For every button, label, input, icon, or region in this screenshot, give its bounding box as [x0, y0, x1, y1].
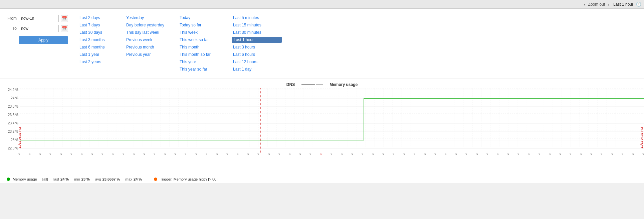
memory-usage-label: Memory usage: [13, 177, 37, 181]
quick-link-this-day-last-week[interactable]: This day last week: [125, 29, 178, 35]
main-panel: From 📅 To 📅 Apply Last 2 daysLast 7 days…: [0, 9, 644, 183]
svg-rect-0: [20, 88, 644, 147]
chart-svg-container: 24.2 % 24 % 23.8 % 23.6 % 23.4 % 23.2 % …: [0, 88, 644, 155]
svg-text:11/12 03:31 PM: 11/12 03:31 PM: [18, 127, 21, 148]
trigger-threshold: [> 80]: [208, 177, 217, 181]
quick-link-previous-month[interactable]: Previous month: [125, 44, 178, 50]
from-calendar-icon[interactable]: 📅: [61, 15, 68, 22]
chart-legend-dns: [301, 84, 323, 85]
quick-link-previous-week[interactable]: Previous week: [125, 37, 178, 43]
top-bar: ‹ Zoom out › Last 1 hour 🕐: [0, 0, 644, 9]
quick-link-last-15-minutes[interactable]: Last 15 minutes: [232, 22, 282, 28]
trigger-legend-item: Trigger: Memory usage higth [> 80]: [154, 177, 217, 181]
nav-next-button[interactable]: ›: [607, 2, 610, 7]
svg-text:23.8 %: 23.8 %: [8, 105, 18, 108]
quick-link-this-month-so-far[interactable]: This month so far: [178, 51, 232, 58]
quick-links: Last 2 daysLast 7 daysLast 30 daysLast 3…: [75, 12, 637, 75]
stat-avg: avg 23.6667 %: [95, 177, 120, 181]
quick-col-1: Last 2 daysLast 7 daysLast 30 daysLast 3…: [78, 15, 125, 73]
chart-area: DNS Memory usage 24.2 % 24 %: [0, 79, 644, 183]
chart-title: Memory usage: [330, 82, 358, 87]
stat-last-value: 24 %: [60, 177, 69, 181]
svg-text:22.8 %: 22.8 %: [8, 146, 18, 150]
stat-max-value: 24 %: [134, 177, 142, 181]
dns-label: DNS: [286, 82, 295, 87]
quick-link-yesterday[interactable]: Yesterday: [125, 15, 178, 21]
date-picker-area: From 📅 To 📅 Apply Last 2 daysLast 7 days…: [0, 9, 644, 79]
quick-link-last-12-hours[interactable]: Last 12 hours: [232, 59, 282, 65]
to-input[interactable]: [19, 25, 59, 32]
stat-min-label: min: [74, 177, 80, 181]
current-range-label: Last 1 hour: [613, 2, 633, 7]
from-input[interactable]: [19, 15, 59, 22]
from-label: From: [7, 16, 17, 21]
quick-link-last-6-months[interactable]: Last 6 months: [78, 44, 125, 50]
quick-link-last-1-hour[interactable]: Last 1 hour: [232, 37, 282, 43]
quick-col-3: TodayToday so farThis weekThis week so f…: [178, 15, 232, 73]
memory-usage-legend-item: Memory usage: [7, 177, 37, 181]
chart-title-row: DNS Memory usage: [0, 82, 644, 87]
quick-link-today-so-far[interactable]: Today so far: [178, 22, 232, 28]
quick-link-last-3-hours[interactable]: Last 3 hours: [232, 44, 282, 50]
stat-max: max 24 %: [125, 177, 142, 181]
quick-link-this-week[interactable]: This week: [178, 29, 232, 35]
stat-last: last 24 %: [53, 177, 69, 181]
quick-link-this-month[interactable]: This month: [178, 44, 232, 50]
quick-link-last-30-days[interactable]: Last 30 days: [78, 29, 125, 35]
quick-link-previous-year[interactable]: Previous year: [125, 51, 178, 58]
to-label: To: [7, 26, 17, 31]
stat-max-label: max: [125, 177, 132, 181]
svg-text:24.2 %: 24.2 %: [8, 88, 18, 92]
quick-link-last-1-year[interactable]: Last 1 year: [78, 51, 125, 58]
svg-text:23 %: 23 %: [11, 138, 18, 142]
quick-link-day-before-yesterday[interactable]: Day before yesterday: [125, 22, 178, 28]
memory-usage-color-box: [7, 178, 10, 181]
chart-legend-bottom: Memory usage [all] last 24 % min 23 % av…: [0, 175, 644, 183]
svg-text:11/12 04:31 PM: 11/12 04:31 PM: [640, 127, 643, 148]
to-row: To 📅: [7, 25, 68, 32]
date-inputs: From 📅 To 📅 Apply: [7, 12, 68, 75]
stat-all-label: [all]: [42, 177, 48, 181]
clock-icon: 🕐: [636, 2, 641, 7]
stat-avg-value: 23.6667 %: [102, 177, 120, 181]
quick-col-4: Last 5 minutesLast 15 minutesLast 30 min…: [232, 15, 282, 73]
quick-link-last-6-hours[interactable]: Last 6 hours: [232, 51, 282, 58]
quick-link-last-30-minutes[interactable]: Last 30 minutes: [232, 29, 282, 35]
quick-link-this-year-so-far[interactable]: This year so far: [178, 66, 232, 72]
quick-link-last-2-years[interactable]: Last 2 years: [78, 59, 125, 65]
trigger-label: Trigger: Memory usage higth: [160, 177, 207, 181]
stat-all: [all]: [42, 177, 48, 181]
stat-min-value: 23 %: [81, 177, 90, 181]
quick-col-2: YesterdayDay before yesterdayThis day la…: [125, 15, 178, 73]
svg-text:23.6 %: 23.6 %: [8, 113, 18, 117]
quick-link-last-2-days[interactable]: Last 2 days: [78, 15, 125, 21]
svg-text:23.2 %: 23.2 %: [8, 130, 18, 133]
stat-min: min 23 %: [74, 177, 90, 181]
quick-link-this-year[interactable]: This year: [178, 59, 232, 65]
quick-link-today[interactable]: Today: [178, 15, 232, 21]
from-row: From 📅: [7, 15, 68, 22]
stat-last-label: last: [53, 177, 59, 181]
svg-text:23.4 %: 23.4 %: [8, 121, 18, 125]
top-bar-nav: ‹ Zoom out › Last 1 hour 🕐: [583, 2, 641, 7]
quick-link-last-7-days[interactable]: Last 7 days: [78, 22, 125, 28]
quick-link-last-5-minutes[interactable]: Last 5 minutes: [232, 15, 282, 21]
trigger-color-box: [154, 178, 157, 181]
zoom-out-button[interactable]: Zoom out: [588, 2, 605, 7]
quick-link-last-3-months[interactable]: Last 3 months: [78, 37, 125, 43]
quick-link-this-week-so-far[interactable]: This week so far: [178, 37, 232, 43]
to-calendar-icon[interactable]: 📅: [61, 25, 68, 32]
nav-prev-button[interactable]: ‹: [583, 2, 586, 7]
quick-link-last-1-day[interactable]: Last 1 day: [232, 66, 282, 72]
stat-avg-label: avg: [95, 177, 101, 181]
svg-text:24 %: 24 %: [11, 96, 18, 100]
apply-button[interactable]: Apply: [19, 36, 68, 44]
